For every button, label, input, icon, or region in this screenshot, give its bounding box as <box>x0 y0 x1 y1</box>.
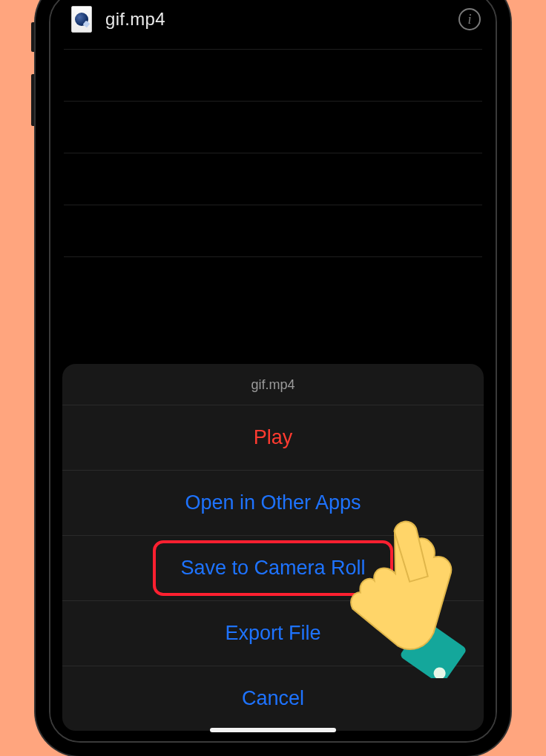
file-row[interactable]: gif.mp4 i <box>50 0 496 46</box>
action-cancel[interactable]: Cancel <box>62 666 484 731</box>
action-open-label: Open in Other Apps <box>185 491 361 514</box>
action-play[interactable]: Play <box>62 405 484 471</box>
empty-list <box>50 46 496 308</box>
action-play-label: Play <box>254 426 293 448</box>
action-sheet-title: gif.mp4 <box>62 364 484 405</box>
action-save-camera-roll[interactable]: Save to Camera Roll <box>62 536 484 601</box>
phone-frame: gif.mp4 i gif.mp4 Play Open in Other App… <box>36 0 510 756</box>
quicktime-file-icon <box>71 6 92 33</box>
file-name-label: gif.mp4 <box>105 9 445 30</box>
action-sheet: gif.mp4 Play Open in Other Apps Save to … <box>62 364 484 731</box>
phone-screen: gif.mp4 i gif.mp4 Play Open in Other App… <box>49 0 497 743</box>
action-open-other-apps[interactable]: Open in Other Apps <box>62 471 484 536</box>
home-indicator[interactable] <box>210 728 336 732</box>
action-export-file[interactable]: Export File <box>62 601 484 666</box>
action-save-label: Save to Camera Roll <box>180 557 365 579</box>
info-icon[interactable]: i <box>458 8 481 30</box>
action-cancel-label: Cancel <box>242 687 304 709</box>
action-export-label: Export File <box>225 622 320 644</box>
